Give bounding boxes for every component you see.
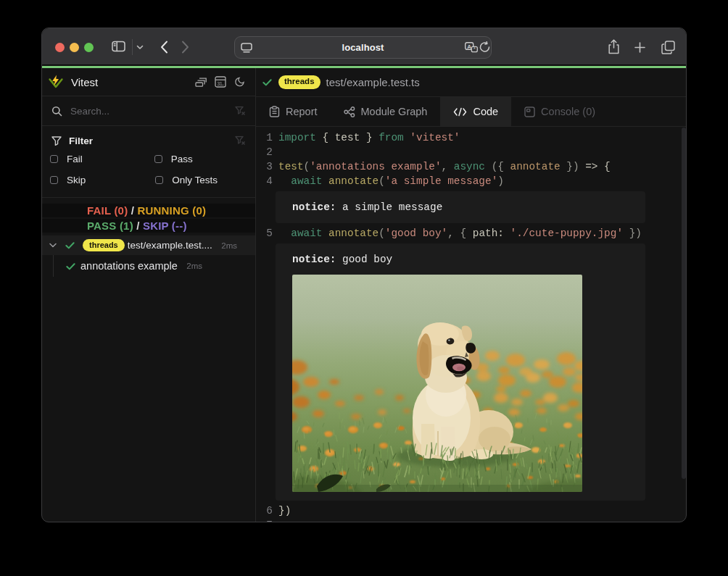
svg-text:*: *	[473, 46, 476, 51]
svg-text:31: 31	[217, 81, 223, 86]
svg-text:A: A	[467, 43, 471, 50]
